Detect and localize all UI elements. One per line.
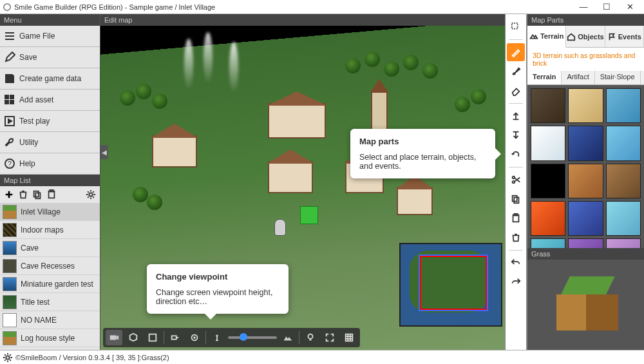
viewport-toolbar [103, 328, 360, 347]
subtab-stair-slope[interactable]: Stair·Slope [595, 71, 641, 84]
cut-tool[interactable] [507, 171, 525, 189]
delete-map-button[interactable] [17, 188, 30, 201]
grid-icon [344, 332, 354, 343]
map-settings-button[interactable] [84, 188, 97, 201]
paste-map-button[interactable] [45, 188, 58, 201]
map-item[interactable]: Title test [0, 293, 100, 311]
maplist-items: Inlet Village Indoor maps Cave Cave Rece… [0, 203, 100, 350]
menu-create-game-data[interactable]: Create game data [0, 68, 100, 90]
map-item[interactable]: Inlet Village [0, 203, 100, 221]
camera-pan-icon [170, 332, 180, 343]
terrain-tile[interactable] [531, 126, 565, 160]
map-item[interactable]: Cave Recesses [0, 257, 100, 275]
terrain-tile[interactable] [606, 88, 641, 123]
add-map-button[interactable] [3, 188, 15, 201]
copy-tool[interactable] [507, 190, 525, 208]
terrain-tile[interactable] [606, 126, 641, 160]
close-button[interactable]: ✕ [618, 0, 641, 14]
terrain-tile[interactable] [568, 201, 603, 236]
collapse-left-panel-button[interactable]: ◀ [100, 145, 108, 159]
svg-text:?: ? [8, 160, 12, 168]
undo-button[interactable] [507, 254, 525, 272]
tab-terrain[interactable]: Terrain [527, 26, 566, 48]
zoom-in-button[interactable] [279, 330, 296, 345]
camera-icon [109, 332, 119, 343]
terrain-tile[interactable] [531, 238, 565, 248]
map-item[interactable]: Log house style [0, 329, 100, 347]
terrain-tile[interactable] [568, 238, 603, 248]
paste-tool[interactable] [507, 209, 525, 227]
raise-tool[interactable] [507, 107, 525, 125]
zoom-slider[interactable] [228, 336, 277, 339]
menu-help[interactable]: ?Help [0, 153, 100, 175]
terrain-icon [529, 32, 538, 41]
menu-save[interactable]: Save [0, 47, 100, 68]
lighting-button[interactable] [302, 330, 319, 345]
terrain-tile[interactable] [606, 238, 641, 248]
map-thumb-icon [3, 241, 17, 255]
copy-map-button[interactable] [31, 188, 44, 201]
fullscreen-button[interactable] [321, 330, 338, 345]
callout-viewpoint: Change viewpoint Change screen viewpoint… [147, 264, 289, 314]
delete-tool[interactable] [507, 229, 525, 247]
svg-rect-4 [10, 101, 14, 104]
map-thumb-icon [3, 223, 17, 237]
camera-pan-button[interactable] [167, 330, 184, 345]
editmap-header: Edit map [100, 14, 505, 26]
minimap[interactable] [399, 243, 502, 327]
raise-icon [511, 111, 521, 121]
redo-button[interactable] [507, 273, 525, 291]
target-icon [189, 332, 200, 343]
map-item[interactable]: NO NAME [0, 311, 100, 329]
select-tool[interactable] [507, 18, 525, 36]
maximize-button[interactable]: ☐ [595, 0, 618, 14]
center-panel: Edit map ◀ [100, 14, 505, 350]
camera-rotate-button[interactable] [186, 330, 203, 345]
menu-add-asset[interactable]: Add asset [0, 90, 100, 111]
ortho-button[interactable] [144, 330, 161, 345]
clipboard-icon [511, 213, 521, 224]
gear-icon[interactable] [3, 352, 13, 363]
terrain-tile[interactable] [568, 88, 603, 123]
minimize-button[interactable]: — [572, 0, 595, 14]
terrain-tile[interactable] [606, 201, 641, 236]
map-item[interactable]: Miniature garden test [0, 275, 100, 293]
flower-small-icon [212, 332, 222, 343]
terrain-tile[interactable] [531, 164, 565, 198]
eraser-tool[interactable] [507, 82, 525, 100]
terrain-tile[interactable] [531, 88, 565, 123]
zoom-out-button[interactable] [209, 330, 225, 345]
subtab-artifact[interactable]: Artifact [562, 71, 594, 84]
record-button[interactable] [106, 330, 122, 345]
svg-point-18 [216, 335, 218, 338]
menu-game-file[interactable]: Game File [0, 26, 100, 47]
map-item[interactable]: Cave [0, 239, 100, 257]
svg-rect-23 [513, 196, 517, 202]
terrain-tile[interactable] [531, 201, 565, 236]
terrain-tile[interactable] [606, 164, 641, 198]
parts-description: 3D terrain such as grasslands and brick [527, 48, 644, 71]
menu-utility[interactable]: Utility [0, 132, 100, 153]
terrain-preview [527, 260, 644, 350]
left-panel: Menu Game File Save Create game data Add… [0, 14, 100, 350]
status-text: ©SmileBoom / Version 0.9.3.4 [ 39, 35 ]:… [15, 354, 169, 361]
grid-toggle-button[interactable] [341, 330, 357, 345]
map-viewport[interactable]: ◀ [100, 26, 505, 350]
svg-rect-20 [512, 23, 518, 29]
map-thumb-icon [3, 259, 17, 273]
pencil-tool[interactable] [507, 43, 525, 61]
tab-events[interactable]: Events [605, 26, 644, 47]
pencil-icon [511, 47, 521, 57]
tab-objects[interactable]: Objects [566, 26, 605, 47]
rotate-tool[interactable] [507, 146, 525, 164]
lower-tool[interactable] [507, 126, 525, 144]
copy-icon [511, 194, 521, 204]
subtab-terrain[interactable]: Terrain [527, 71, 562, 84]
menu-test-play[interactable]: Test play [0, 111, 100, 132]
terrain-tile[interactable] [568, 164, 603, 198]
perspective-button[interactable] [125, 330, 142, 345]
brush-tool[interactable] [507, 62, 525, 81]
svg-rect-2 [10, 95, 14, 99]
terrain-tile[interactable] [568, 126, 603, 160]
map-item[interactable]: Indoor maps [0, 221, 100, 239]
